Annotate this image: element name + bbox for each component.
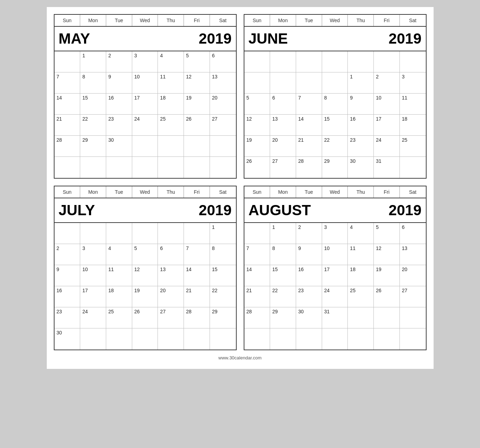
cal-day-cell: 30 [106,136,132,157]
cal-day-cell: 5 [374,223,400,244]
cal-day-cell [322,328,348,350]
cal-day-cell [374,328,400,350]
cal-day-cell [184,328,210,350]
cal-day-cell: 26 [244,157,270,178]
cal-day-cell: 12 [244,115,270,136]
cal-day-cell: 9 [348,94,374,115]
cal-day-cell [158,136,184,157]
cal-day-cell: 26 [132,307,158,328]
cal-day-cell [106,328,132,350]
cal-day-cell: 29 [80,136,106,157]
cal-day-cell: 27 [400,286,426,307]
cal-day-cell: 25 [348,286,374,307]
cal-day-cell [210,136,236,157]
cal-body: 1235678910111213141516171819202122232425… [244,51,426,178]
cal-day-cell [55,157,81,178]
cal-day-cell: 31 [322,307,348,328]
cal-day-cell: 2 [55,244,81,265]
cal-day-cell: 19 [184,94,210,115]
cal-day-cell: 20 [210,94,236,115]
cal-day-cell: 11 [400,94,426,115]
cal-day-cell [106,223,132,244]
cal-month: JUNE [249,30,288,47]
cal-day-cell: 17 [374,115,400,136]
cal-day-cell [132,328,158,350]
cal-day-cell: 5 [244,94,270,115]
calendar-may-2019: SunMonTueWedThuFriSatMAY2019123456789101… [54,14,237,179]
cal-day-cell [348,307,374,328]
cal-day-cell: 7 [296,94,322,115]
cal-day-cell: 28 [55,136,81,157]
cal-day-cell: 31 [374,157,400,178]
cal-day-cell: 18 [158,94,184,115]
cal-month: AUGUST [249,202,311,219]
cal-day-cell: 12 [374,244,400,265]
day-header-cell: Wed [322,186,348,198]
cal-day-cell: 29 [210,307,236,328]
cal-day-cell: 30 [348,157,374,178]
cal-day-cell: 21 [184,286,210,307]
day-header-cell: Sat [210,186,236,198]
calendar-july-2019: SunMonTueWedThuFriSatJULY201912345678910… [54,186,237,350]
cal-day-cell [400,51,426,72]
cal-day-cell: 12 [132,265,158,286]
cal-day-cell: 11 [158,72,184,94]
cal-day-cell [184,136,210,157]
day-header-cell: Thu [158,15,184,26]
cal-day-cell [55,51,81,72]
day-header-cell: Fri [184,15,210,26]
cal-year: 2019 [199,30,231,47]
cal-day-cell: 29 [270,307,296,328]
day-header-cell: Thu [158,186,184,198]
cal-day-cell: 20 [270,136,296,157]
cal-day-cell [270,72,296,94]
cal-day-cell [244,223,270,244]
cal-day-cell: 6 [158,244,184,265]
cal-day-cell: 22 [322,136,348,157]
cal-day-cell: 27 [270,157,296,178]
cal-day-cell: 9 [106,72,132,94]
cal-day-cell [244,328,270,350]
cal-day-cell: 14 [55,94,81,115]
cal-day-cell: 28 [184,307,210,328]
cal-day-cell: 25 [158,115,184,136]
cal-day-cell: 15 [270,265,296,286]
cal-day-cell: 22 [270,286,296,307]
cal-day-cell: 30 [55,328,81,350]
day-header-cell: Sun [244,15,270,26]
cal-day-cell: 28 [244,307,270,328]
cal-day-cell: 22 [210,286,236,307]
cal-body: 1234567891011121314151617181920212223242… [55,51,236,178]
cal-day-cell: 27 [158,307,184,328]
cal-day-cell: 20 [400,265,426,286]
cal-day-cell [184,157,210,178]
calendar-june-2019: SunMonTueWedThuFriSatJUNE201912356789101… [244,14,427,179]
day-header-cell: Mon [80,15,106,26]
cal-day-cell: 15 [322,115,348,136]
day-header-cell: Tue [106,186,132,198]
cal-day-cell [158,223,184,244]
day-headers-row: SunMonTueWedThuFriSat [244,15,426,27]
cal-day-cell [80,223,106,244]
cal-day-cell [322,72,348,94]
cal-day-cell: 1 [270,223,296,244]
day-header-cell: Fri [184,186,210,198]
cal-day-cell: 19 [132,286,158,307]
cal-day-cell: 24 [132,115,158,136]
cal-day-cell [400,307,426,328]
cal-title-row: AUGUST2019 [244,198,426,223]
day-header-cell: Thu [348,15,374,26]
cal-day-cell: 4 [158,51,184,72]
cal-day-cell: 26 [184,115,210,136]
cal-day-cell [348,328,374,350]
cal-day-cell: 16 [348,115,374,136]
cal-day-cell: 1 [210,223,236,244]
cal-day-cell: 4 [348,223,374,244]
calendars-grid: SunMonTueWedThuFriSatMAY2019123456789101… [54,14,427,350]
cal-day-cell: 10 [374,94,400,115]
cal-day-cell: 14 [296,115,322,136]
day-header-cell: Mon [270,15,296,26]
cal-body: 1234567891011121314151617181920212223242… [55,223,236,350]
cal-day-cell: 10 [80,265,106,286]
cal-year: 2019 [389,202,421,219]
